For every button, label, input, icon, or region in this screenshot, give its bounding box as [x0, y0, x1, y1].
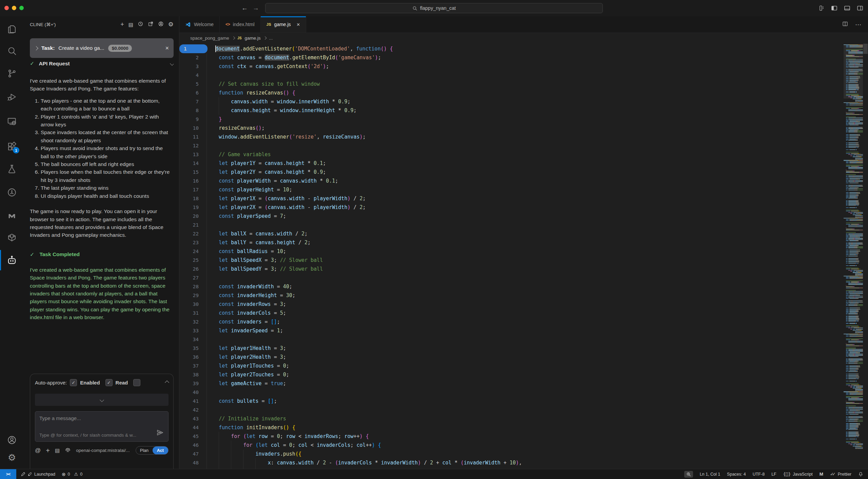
- code-line[interactable]: 22 let ballX = canvas.width / 2;: [179, 229, 844, 238]
- message-input[interactable]: Type a message... Type @ for context, / …: [35, 411, 169, 442]
- code-line[interactable]: 27: [179, 273, 844, 282]
- code-line[interactable]: 20 const playerSpeed = 7;: [179, 212, 844, 221]
- code-line[interactable]: 36 let player2Health = 3;: [179, 353, 844, 361]
- code-line[interactable]: 45 for (let row = 0; row < invaderRows; …: [179, 432, 844, 441]
- run-debug-icon[interactable]: [6, 91, 17, 102]
- toggle-panel-icon[interactable]: [844, 5, 851, 12]
- model-selector[interactable]: openai-compat:mistralai/...: [76, 448, 131, 453]
- zoom-status-icon[interactable]: [684, 471, 693, 478]
- sidebar-settings-icon[interactable]: ⚙: [168, 21, 174, 27]
- code-line[interactable]: 47 invaders.push({: [179, 450, 844, 458]
- api-request-chevron-icon[interactable]: [170, 62, 174, 66]
- scales-icon[interactable]: [65, 447, 71, 454]
- more-actions-icon[interactable]: ⋯: [855, 21, 862, 28]
- code-line[interactable]: 19 let player2X = (canvas.width - player…: [179, 203, 844, 212]
- extensions-icon[interactable]: 1: [6, 141, 17, 152]
- act-mode-button[interactable]: Act: [153, 446, 168, 454]
- customize-layout-icon[interactable]: [818, 5, 825, 12]
- settings-gear-icon[interactable]: ⚙: [6, 452, 17, 463]
- code-line[interactable]: 28 const invaderWidth = 40;: [179, 282, 844, 291]
- code-line[interactable]: 33 let invaderSpeed = 1;: [179, 326, 844, 335]
- split-editor-icon[interactable]: [842, 21, 848, 28]
- expand-section-bar[interactable]: [35, 394, 169, 406]
- auto-approve-read-checkbox[interactable]: ✓: [105, 379, 113, 386]
- code-line[interactable]: 23 let ballY = canvas.height / 2;: [179, 238, 844, 247]
- code-line[interactable]: 29 const invaderHeight = 30;: [179, 291, 844, 300]
- code-line[interactable]: 5 // Set canvas size to fill window: [179, 80, 844, 88]
- code-line[interactable]: 4: [179, 71, 844, 80]
- breadcrumb-symbol[interactable]: ...: [269, 36, 273, 41]
- cline-robot-icon[interactable]: [6, 255, 17, 266]
- tab-game-js[interactable]: JS game.js ×: [261, 16, 306, 33]
- task-header[interactable]: Task: Create a video ga... $0.0000 ×: [30, 38, 174, 58]
- remote-indicator[interactable]: ><: [0, 469, 16, 479]
- containers-icon[interactable]: [6, 232, 17, 243]
- nav-back-icon[interactable]: ←: [241, 4, 248, 12]
- code-line[interactable]: 13 // Game variables: [179, 150, 844, 159]
- code-line[interactable]: 31 const invaderCols = 5;: [179, 309, 844, 317]
- open-in-editor-icon[interactable]: [148, 21, 154, 28]
- code-line[interactable]: 1document.addEventListener('DOMContentLo…: [179, 44, 844, 53]
- m-extension-icon[interactable]: [6, 210, 17, 221]
- code-line[interactable]: 41 const bullets = [];: [179, 397, 844, 405]
- code-line[interactable]: 43 // Initialize invaders: [179, 414, 844, 423]
- add-context-icon[interactable]: @: [35, 447, 41, 454]
- mcp-servers-icon[interactable]: ▤: [129, 22, 133, 27]
- code-line[interactable]: 16 const playerWidth = canvas.width * 0.…: [179, 176, 844, 185]
- send-icon[interactable]: [156, 429, 164, 438]
- code-line[interactable]: 46 for (let col = 0; col < invaderCols; …: [179, 441, 844, 450]
- task-expand-chevron-icon[interactable]: [34, 46, 38, 50]
- code-line[interactable]: 38 let player2Touches = 0;: [179, 370, 844, 379]
- auto-approve-extra-checkbox[interactable]: [133, 379, 140, 386]
- code-line[interactable]: 17 const playerHeight = 10;: [179, 185, 844, 194]
- code-line[interactable]: 40: [179, 388, 844, 397]
- notifications-bell-icon[interactable]: [858, 472, 863, 477]
- task-close-icon[interactable]: ×: [165, 45, 169, 51]
- code-line[interactable]: 39 let gameActive = true;: [179, 379, 844, 388]
- problems-status-item[interactable]: ⊗ 0 ⚠ 0: [62, 472, 82, 477]
- code-line[interactable]: 10 resizeCanvas();: [179, 124, 844, 132]
- search-view-icon[interactable]: [6, 45, 17, 56]
- close-window-button[interactable]: [4, 6, 9, 10]
- testing-icon[interactable]: [6, 164, 17, 174]
- account-icon[interactable]: [158, 21, 164, 28]
- launchpad-status-item[interactable]: Launchpad: [21, 472, 55, 477]
- indentation-status[interactable]: Spaces: 4: [727, 472, 746, 477]
- tab-index-html[interactable]: <> index.html: [220, 16, 260, 33]
- cursor-position-status[interactable]: Ln 1, Col 1: [700, 472, 720, 477]
- code-line[interactable]: 15 let player2Y = canvas.height * 0.9;: [179, 168, 844, 176]
- new-task-icon[interactable]: +: [120, 21, 124, 27]
- encoding-status[interactable]: UTF-8: [753, 472, 765, 477]
- formatter-status[interactable]: ✓✓ Prettier: [830, 472, 851, 477]
- auto-approve-collapse-chevron-icon[interactable]: [165, 380, 169, 385]
- code-line[interactable]: 26 let ballSpeedY = 3; // Slower ball: [179, 265, 844, 273]
- references-view-icon[interactable]: [6, 187, 17, 198]
- breadcrumb-file[interactable]: game.js: [245, 36, 261, 41]
- code-line[interactable]: 2 const canvas = document.getElementById…: [179, 53, 844, 62]
- code-line[interactable]: 3 const ctx = canvas.getContext('2d');: [179, 62, 844, 71]
- editor-scrollbar[interactable]: [863, 43, 868, 469]
- code-line[interactable]: 37 let player1Touches = 0;: [179, 361, 844, 370]
- code-line[interactable]: 8 canvas.height = window.innerHeight * 0…: [179, 106, 844, 115]
- add-images-icon[interactable]: +: [46, 447, 50, 454]
- eol-status[interactable]: LF: [771, 472, 776, 477]
- source-control-icon[interactable]: [6, 68, 17, 79]
- code-line[interactable]: 32 const invaders = [];: [179, 317, 844, 326]
- code-line[interactable]: 48 x: canvas.width / 2 - (invaderCols * …: [179, 458, 844, 467]
- explorer-icon[interactable]: [6, 24, 17, 35]
- code-line[interactable]: 34: [179, 335, 844, 344]
- code-line[interactable]: 14 let player1Y = canvas.height * 0.1;: [179, 159, 844, 168]
- plan-mode-button[interactable]: Plan: [136, 446, 153, 454]
- m-status-icon[interactable]: M: [820, 472, 823, 477]
- code-line[interactable]: 25 let ballSpeedX = 3; // Slower ball: [179, 256, 844, 265]
- breadcrumb-folder[interactable]: space_pong_game: [190, 36, 229, 41]
- toggle-secondary-sidebar-icon[interactable]: [856, 5, 864, 12]
- code-line[interactable]: 30 const invaderRows = 3;: [179, 300, 844, 309]
- code-line[interactable]: 11 window.addEventListener('resize', res…: [179, 132, 844, 141]
- code-line[interactable]: 9 }: [179, 115, 844, 124]
- code-line[interactable]: 7 canvas.width = window.innerWidth * 0.9…: [179, 97, 844, 106]
- command-center-search[interactable]: flappy_nyan_cat: [265, 3, 603, 13]
- code-line[interactable]: 44 function initInvaders() {: [179, 423, 844, 432]
- code-line[interactable]: 6 function resizeCanvas() {: [179, 88, 844, 97]
- code-line[interactable]: 21: [179, 221, 844, 229]
